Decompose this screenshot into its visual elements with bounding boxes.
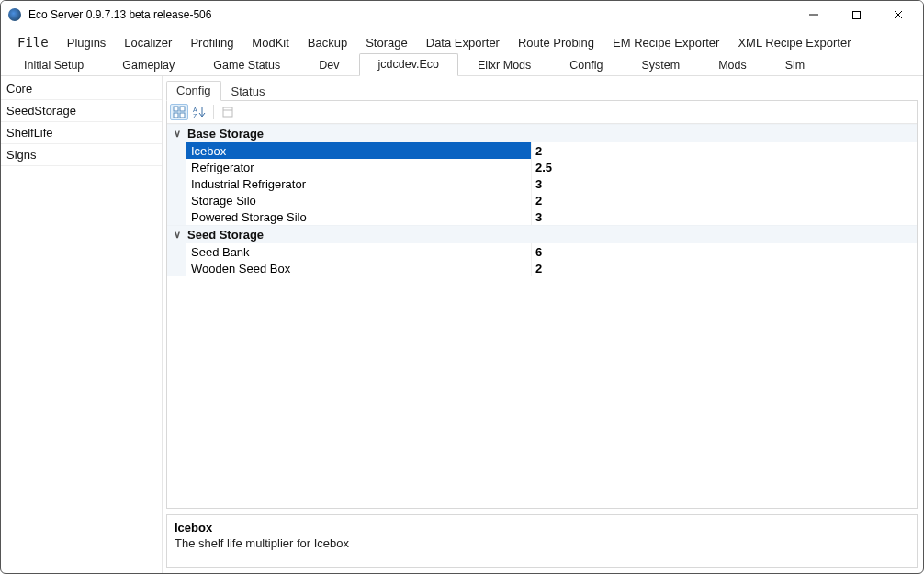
- svg-text:Z: Z: [193, 113, 197, 118]
- svg-rect-1: [852, 11, 860, 18]
- inner-tabstrip: Config Status: [166, 80, 918, 100]
- row-indent: [167, 260, 186, 276]
- property-name: Icebox: [186, 142, 531, 159]
- toolbar-separator: [213, 105, 214, 119]
- tab-initial-setup[interactable]: Initial Setup: [5, 54, 103, 76]
- menu-data-exporter[interactable]: Data Exporter: [417, 33, 509, 52]
- categorized-view-button[interactable]: [170, 104, 188, 120]
- sidebar-item-signs[interactable]: Signs: [1, 144, 162, 166]
- tab-mods[interactable]: Mods: [699, 54, 766, 76]
- menu-plugins[interactable]: Plugins: [58, 33, 116, 52]
- property-grid-container: AZ ∨Base StorageIcebox2Refrigerator2.5In…: [166, 100, 918, 509]
- group-header[interactable]: ∨Base Storage: [167, 124, 917, 142]
- main-tabstrip: Initial Setup Gameplay Game Status Dev j…: [1, 52, 923, 76]
- property-name: Industrial Refrigerator: [186, 175, 531, 192]
- property-grid[interactable]: ∨Base StorageIcebox2Refrigerator2.5Indus…: [167, 124, 917, 508]
- tab-sim[interactable]: Sim: [766, 54, 825, 76]
- group-name: Base Storage: [187, 127, 264, 141]
- property-pages-button[interactable]: [219, 104, 237, 120]
- row-indent: [167, 208, 186, 225]
- property-row[interactable]: Seed Bank6: [167, 243, 917, 260]
- window-title: Eco Server 0.9.7.13 beta release-506: [28, 8, 793, 21]
- row-indent: [167, 142, 186, 159]
- description-panel: Icebox The shelf life multiplier for Ice…: [166, 514, 918, 568]
- tab-gameplay[interactable]: Gameplay: [103, 54, 194, 76]
- minimize-button[interactable]: [793, 2, 835, 28]
- menu-file[interactable]: File: [8, 32, 58, 52]
- property-value[interactable]: 2: [531, 142, 917, 159]
- property-row[interactable]: Powered Storage Silo3: [167, 208, 917, 225]
- menu-em-recipe[interactable]: EM Recipe Exporter: [603, 33, 728, 52]
- sidebar-item-seedstorage[interactable]: SeedStorage: [1, 100, 162, 122]
- menu-xml-recipe[interactable]: XML Recipe Exporter: [728, 33, 860, 52]
- svg-text:A: A: [193, 107, 197, 113]
- tab-elixr-mods[interactable]: Elixr Mods: [458, 54, 550, 76]
- svg-rect-4: [174, 107, 178, 111]
- inner-tab-config[interactable]: Config: [166, 81, 221, 101]
- tab-game-status[interactable]: Game Status: [194, 54, 299, 76]
- property-name: Storage Silo: [186, 192, 531, 208]
- group-name: Seed Storage: [187, 228, 264, 242]
- menu-modkit[interactable]: ModKit: [242, 33, 298, 52]
- property-toolbar: AZ: [167, 101, 917, 124]
- menu-storage[interactable]: Storage: [356, 33, 417, 52]
- app-icon: [8, 8, 21, 21]
- property-value[interactable]: 2: [531, 192, 917, 208]
- property-name: Seed Bank: [186, 243, 531, 260]
- description-text: The shelf life multiplier for Icebox: [175, 536, 909, 550]
- chevron-down-icon: ∨: [171, 128, 184, 140]
- property-value[interactable]: 2.5: [531, 159, 917, 175]
- row-indent: [167, 159, 186, 175]
- tab-jcdcdev-eco[interactable]: jcdcdev.Eco: [359, 53, 458, 76]
- property-row[interactable]: Industrial Refrigerator3: [167, 175, 917, 192]
- menu-localizer[interactable]: Localizer: [115, 33, 181, 52]
- svg-rect-6: [174, 113, 178, 118]
- row-indent: [167, 175, 186, 192]
- close-button[interactable]: [877, 2, 919, 28]
- menu-backup[interactable]: Backup: [299, 33, 356, 52]
- property-value[interactable]: 2: [531, 260, 917, 276]
- sidebar: Core SeedStorage ShelfLife Signs: [1, 76, 163, 573]
- row-indent: [167, 243, 186, 260]
- svg-rect-7: [180, 113, 185, 118]
- menu-route-probing[interactable]: Route Probing: [509, 33, 603, 52]
- property-name: Refrigerator: [186, 159, 531, 175]
- tab-dev[interactable]: Dev: [299, 54, 358, 76]
- property-name: Powered Storage Silo: [186, 208, 531, 225]
- property-row[interactable]: Refrigerator2.5: [167, 159, 917, 175]
- row-indent: [167, 192, 186, 208]
- title-bar: Eco Server 0.9.7.13 beta release-506: [1, 1, 923, 28]
- property-row[interactable]: Wooden Seed Box2: [167, 260, 917, 276]
- menu-bar: File Plugins Localizer Profiling ModKit …: [1, 28, 923, 52]
- chevron-down-icon: ∨: [171, 229, 184, 241]
- alphabetical-view-button[interactable]: AZ: [190, 104, 208, 120]
- svg-rect-5: [180, 107, 185, 111]
- property-row[interactable]: Storage Silo2: [167, 192, 917, 208]
- inner-tab-status[interactable]: Status: [221, 82, 276, 101]
- property-value[interactable]: 3: [531, 175, 917, 192]
- menu-profiling[interactable]: Profiling: [181, 33, 242, 52]
- property-value[interactable]: 3: [531, 208, 917, 225]
- tab-system[interactable]: System: [622, 54, 699, 76]
- property-name: Wooden Seed Box: [186, 260, 531, 276]
- maximize-button[interactable]: [835, 2, 877, 28]
- description-title: Icebox: [175, 521, 909, 535]
- property-value[interactable]: 6: [531, 243, 917, 260]
- tab-config[interactable]: Config: [550, 54, 622, 76]
- svg-rect-10: [223, 107, 232, 117]
- sidebar-item-core[interactable]: Core: [1, 78, 162, 100]
- sidebar-item-shelflife[interactable]: ShelfLife: [1, 122, 162, 144]
- group-header[interactable]: ∨Seed Storage: [167, 225, 917, 243]
- property-row[interactable]: Icebox2: [167, 142, 917, 159]
